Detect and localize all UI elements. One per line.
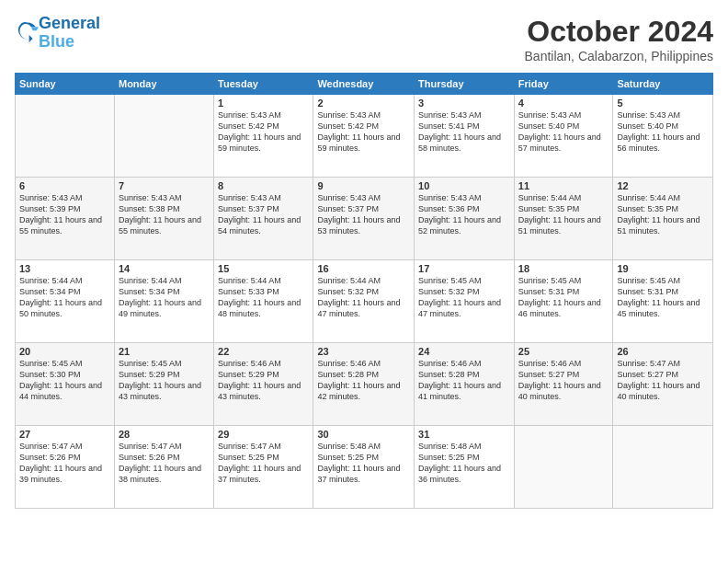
day-number: 22 [218, 346, 309, 357]
day-cell: 14Sunrise: 5:44 AMSunset: 5:34 PMDayligh… [114, 260, 213, 343]
day-number: 6 [19, 180, 110, 191]
day-cell: 1Sunrise: 5:43 AMSunset: 5:42 PMDaylight… [214, 95, 313, 178]
day-number: 3 [418, 98, 510, 109]
day-cell: 2Sunrise: 5:43 AMSunset: 5:42 PMDaylight… [313, 95, 415, 178]
day-info: Sunrise: 5:44 AMSunset: 5:35 PMDaylight:… [617, 192, 709, 237]
day-number: 5 [617, 98, 709, 109]
day-info: Sunrise: 5:44 AMSunset: 5:34 PMDaylight:… [119, 275, 210, 320]
day-cell: 17Sunrise: 5:45 AMSunset: 5:32 PMDayligh… [415, 260, 515, 343]
day-number: 11 [518, 180, 609, 191]
weekday-header-tuesday: Tuesday [214, 74, 313, 95]
day-cell: 15Sunrise: 5:44 AMSunset: 5:33 PMDayligh… [214, 260, 313, 343]
day-info: Sunrise: 5:48 AMSunset: 5:25 PMDaylight:… [418, 441, 510, 486]
day-number: 26 [617, 346, 709, 357]
day-number: 13 [19, 263, 110, 274]
day-info: Sunrise: 5:45 AMSunset: 5:32 PMDaylight:… [418, 275, 510, 320]
day-info: Sunrise: 5:43 AMSunset: 5:37 PMDaylight:… [218, 192, 309, 237]
day-cell: 3Sunrise: 5:43 AMSunset: 5:41 PMDaylight… [415, 95, 515, 178]
day-cell: 22Sunrise: 5:46 AMSunset: 5:29 PMDayligh… [214, 343, 313, 426]
weekday-header-sunday: Sunday [16, 74, 115, 95]
day-info: Sunrise: 5:46 AMSunset: 5:29 PMDaylight:… [218, 358, 309, 403]
week-row-2: 6Sunrise: 5:43 AMSunset: 5:39 PMDaylight… [16, 178, 713, 260]
day-number: 9 [317, 180, 410, 191]
day-cell: 12Sunrise: 5:44 AMSunset: 5:35 PMDayligh… [613, 178, 713, 260]
day-info: Sunrise: 5:47 AMSunset: 5:27 PMDaylight:… [617, 358, 709, 403]
day-cell: 18Sunrise: 5:45 AMSunset: 5:31 PMDayligh… [514, 260, 613, 343]
day-cell [613, 426, 713, 509]
day-cell: 29Sunrise: 5:47 AMSunset: 5:25 PMDayligh… [214, 426, 313, 509]
day-cell: 16Sunrise: 5:44 AMSunset: 5:32 PMDayligh… [313, 260, 415, 343]
day-info: Sunrise: 5:47 AMSunset: 5:26 PMDaylight:… [119, 441, 210, 486]
day-info: Sunrise: 5:43 AMSunset: 5:40 PMDaylight:… [617, 109, 709, 155]
day-info: Sunrise: 5:46 AMSunset: 5:27 PMDaylight:… [518, 358, 609, 403]
day-info: Sunrise: 5:43 AMSunset: 5:42 PMDaylight:… [218, 109, 309, 155]
day-cell: 19Sunrise: 5:45 AMSunset: 5:31 PMDayligh… [613, 260, 713, 343]
weekday-header-monday: Monday [114, 74, 213, 95]
day-cell: 10Sunrise: 5:43 AMSunset: 5:36 PMDayligh… [415, 178, 515, 260]
day-cell: 7Sunrise: 5:43 AMSunset: 5:38 PMDaylight… [114, 178, 213, 260]
day-number: 25 [518, 346, 609, 357]
day-number: 23 [317, 346, 410, 357]
day-number: 30 [317, 429, 410, 440]
weekday-header-friday: Friday [514, 74, 613, 95]
day-info: Sunrise: 5:45 AMSunset: 5:30 PMDaylight:… [19, 358, 110, 403]
month-title: October 2024 [525, 15, 713, 49]
calendar-table: SundayMondayTuesdayWednesdayThursdayFrid… [15, 73, 713, 509]
day-cell: 28Sunrise: 5:47 AMSunset: 5:26 PMDayligh… [114, 426, 213, 509]
day-info: Sunrise: 5:46 AMSunset: 5:28 PMDaylight:… [418, 358, 510, 403]
logo-text: General Blue [39, 15, 100, 52]
day-cell: 25Sunrise: 5:46 AMSunset: 5:27 PMDayligh… [514, 343, 613, 426]
day-info: Sunrise: 5:43 AMSunset: 5:41 PMDaylight:… [418, 109, 510, 155]
day-cell: 8Sunrise: 5:43 AMSunset: 5:37 PMDaylight… [214, 178, 313, 260]
day-number: 12 [617, 180, 709, 191]
day-number: 20 [19, 346, 110, 357]
day-cell: 23Sunrise: 5:46 AMSunset: 5:28 PMDayligh… [313, 343, 415, 426]
day-cell: 26Sunrise: 5:47 AMSunset: 5:27 PMDayligh… [613, 343, 713, 426]
day-info: Sunrise: 5:43 AMSunset: 5:42 PMDaylight:… [317, 109, 410, 155]
day-cell: 20Sunrise: 5:45 AMSunset: 5:30 PMDayligh… [16, 343, 115, 426]
location-title: Bantilan, Calabarzon, Philippines [525, 49, 713, 63]
week-row-3: 13Sunrise: 5:44 AMSunset: 5:34 PMDayligh… [16, 260, 713, 343]
day-number: 19 [617, 263, 709, 274]
day-number: 31 [418, 429, 510, 440]
day-cell: 11Sunrise: 5:44 AMSunset: 5:35 PMDayligh… [514, 178, 613, 260]
day-number: 15 [218, 263, 309, 274]
header: General Blue October 2024 Bantilan, Cala… [15, 15, 713, 63]
page: General Blue October 2024 Bantilan, Cala… [0, 0, 728, 563]
day-number: 14 [119, 263, 210, 274]
day-info: Sunrise: 5:47 AMSunset: 5:26 PMDaylight:… [19, 441, 110, 486]
day-number: 21 [119, 346, 210, 357]
week-row-1: 1Sunrise: 5:43 AMSunset: 5:42 PMDaylight… [16, 95, 713, 178]
weekday-header-wednesday: Wednesday [313, 74, 415, 95]
day-number: 16 [317, 263, 410, 274]
day-cell: 31Sunrise: 5:48 AMSunset: 5:25 PMDayligh… [415, 426, 515, 509]
day-info: Sunrise: 5:43 AMSunset: 5:37 PMDaylight:… [317, 192, 410, 237]
day-number: 10 [418, 180, 510, 191]
weekday-header-thursday: Thursday [415, 74, 515, 95]
day-cell: 30Sunrise: 5:48 AMSunset: 5:25 PMDayligh… [313, 426, 415, 509]
day-cell: 6Sunrise: 5:43 AMSunset: 5:39 PMDaylight… [16, 178, 115, 260]
day-number: 29 [218, 429, 309, 440]
weekday-header-saturday: Saturday [613, 74, 713, 95]
day-number: 1 [218, 98, 309, 109]
day-cell [16, 95, 115, 178]
weekday-header-row: SundayMondayTuesdayWednesdayThursdayFrid… [16, 74, 713, 95]
day-number: 24 [418, 346, 510, 357]
day-cell: 24Sunrise: 5:46 AMSunset: 5:28 PMDayligh… [415, 343, 515, 426]
day-info: Sunrise: 5:44 AMSunset: 5:35 PMDaylight:… [518, 192, 609, 237]
day-cell: 27Sunrise: 5:47 AMSunset: 5:26 PMDayligh… [16, 426, 115, 509]
day-number: 27 [19, 429, 110, 440]
day-number: 17 [418, 263, 510, 274]
day-info: Sunrise: 5:48 AMSunset: 5:25 PMDaylight:… [317, 441, 410, 486]
day-info: Sunrise: 5:43 AMSunset: 5:36 PMDaylight:… [418, 192, 510, 237]
day-cell [514, 426, 613, 509]
day-number: 18 [518, 263, 609, 274]
week-row-5: 27Sunrise: 5:47 AMSunset: 5:26 PMDayligh… [16, 426, 713, 509]
day-info: Sunrise: 5:46 AMSunset: 5:28 PMDaylight:… [317, 358, 410, 403]
day-cell: 13Sunrise: 5:44 AMSunset: 5:34 PMDayligh… [16, 260, 115, 343]
day-info: Sunrise: 5:44 AMSunset: 5:33 PMDaylight:… [218, 275, 309, 320]
day-info: Sunrise: 5:47 AMSunset: 5:25 PMDaylight:… [218, 441, 309, 486]
day-cell [114, 95, 213, 178]
day-number: 7 [119, 180, 210, 191]
day-cell: 5Sunrise: 5:43 AMSunset: 5:40 PMDaylight… [613, 95, 713, 178]
